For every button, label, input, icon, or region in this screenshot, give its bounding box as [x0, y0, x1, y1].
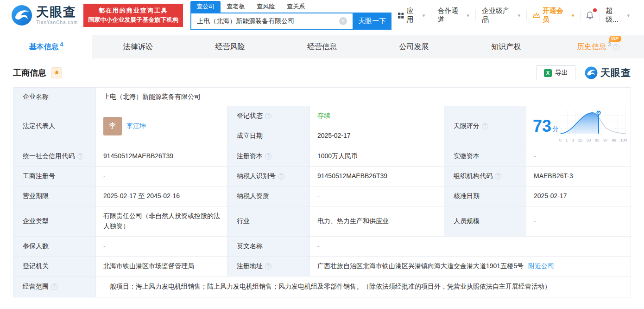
field-label-business-term: 营业期限 — [13, 187, 96, 206]
chevron-down-icon: ▾ — [518, 13, 521, 19]
field-label-company-name: 企业名称 — [13, 88, 96, 106]
bell-icon — [585, 11, 594, 20]
score-axis-ticks: 01 315 5085 9799 100 — [559, 137, 627, 143]
help-icon[interactable]: ? — [495, 173, 501, 180]
status-badge: 存续 — [317, 111, 330, 121]
section-title: 工商信息 — [13, 67, 46, 78]
tab-business-info[interactable]: 经营信息 — [276, 35, 368, 58]
help-icon[interactable]: ? — [77, 153, 83, 160]
field-label-registered-capital: 注册资本 ? — [227, 146, 310, 167]
nav-partner-label: 合作通道 — [437, 6, 464, 24]
field-label-approval-date: 核准日期 — [444, 187, 526, 206]
legal-representative-link[interactable]: 李江坤 — [126, 121, 146, 131]
field-value-approval-date: 2025-02-17 — [526, 187, 631, 206]
top-nav: 应用 ▾ 合作通道 ▾ 企业级产品 ▾ 开通会员 ▾ 超级... ▾ — [391, 6, 636, 25]
field-label-taxpayer-id: 纳税人识别号 ? — [227, 167, 310, 187]
apps-grid-icon — [398, 12, 404, 19]
logo-domain: TianYanCha.com — [36, 20, 78, 25]
tab-history-info[interactable]: 历史信息 VIP 3 ? — [552, 35, 644, 58]
help-icon[interactable]: ? — [613, 44, 619, 50]
tab-intellectual-property[interactable]: 知识产权 — [460, 35, 552, 58]
nearby-companies-link[interactable]: 附近公司 — [528, 261, 554, 271]
help-icon[interactable]: ? — [278, 173, 284, 180]
field-value-organization-code: MAEBB26T-3 — [526, 167, 631, 187]
nav-open-vip[interactable]: 开通会员 ▾ — [526, 10, 580, 20]
chevron-down-icon: ▾ — [467, 13, 469, 19]
help-icon[interactable]: ? — [482, 123, 488, 129]
field-label-staff-size: 人员规模 — [444, 206, 526, 237]
tab-company-development[interactable]: 公司发展 — [368, 35, 460, 58]
field-label-legal-representative: 法定代表人 — [13, 106, 96, 146]
crown-icon — [533, 12, 540, 19]
field-value-taxpayer-quality: - — [310, 187, 444, 206]
tab-history-info-count: 3 — [608, 41, 611, 48]
nav-account-label: 超级... — [606, 6, 625, 24]
help-icon[interactable]: ? — [265, 263, 271, 270]
tianyancha-logo-icon — [585, 66, 598, 79]
tab-intellectual-property-label: 知识产权 — [491, 42, 521, 52]
field-value-business-term: 2025-02-17 至 2045-02-16 — [96, 187, 227, 206]
field-value-company-name: 上电（北海）新能源装备有限公司 — [96, 88, 631, 106]
field-label-paid-in-capital: 实缴资本 — [444, 146, 526, 167]
watermark-logo-text: 天眼查 — [600, 66, 631, 79]
nav-notifications[interactable] — [580, 10, 599, 20]
export-button-label: 导出 — [555, 69, 568, 77]
field-value-industry: 电力、热力生产和供应业 — [310, 206, 444, 237]
search-area: 查公司 查老板 查风险 查关系 × 天眼一下 — [190, 1, 391, 30]
help-icon[interactable]: ? — [51, 283, 57, 290]
help-icon[interactable]: ? — [265, 113, 271, 119]
field-label-credit-code: 统一社会信用代码 ? — [13, 146, 96, 167]
monitor-bell-button[interactable] — [51, 67, 62, 78]
tab-basic-info[interactable]: 基本信息 4 — [0, 35, 92, 58]
score-value: 73 — [533, 118, 551, 135]
field-label-registration-status: 登记状态 ? — [227, 106, 310, 126]
field-label-tianyan-score: 天眼评分 ? — [444, 106, 526, 146]
chevron-down-icon: ▾ — [627, 13, 630, 19]
field-value-english-name: - — [310, 237, 631, 257]
search-input[interactable] — [190, 13, 353, 30]
search-tab-boss[interactable]: 查老板 — [221, 1, 251, 13]
nav-enterprise[interactable]: 企业级产品 ▾ — [475, 10, 526, 20]
field-label-business-scope: 经营范围 ? — [13, 277, 96, 297]
logo-title: 天眼查 — [36, 6, 78, 19]
promo-banner: 都在用的商业查询工具 国家中小企业发展子基金旗下机构 — [83, 4, 183, 27]
bell-icon — [54, 70, 60, 76]
search-tab-risk[interactable]: 查风险 — [251, 1, 281, 13]
search-button[interactable]: 天眼一下 — [353, 13, 391, 30]
legal-representative-avatar[interactable]: 李 — [103, 117, 122, 135]
promo-banner-line1: 都在用的商业查询工具 — [88, 6, 178, 15]
nav-account[interactable]: 超级... ▾ — [599, 10, 636, 20]
tianyancha-logo-icon — [11, 5, 32, 26]
tab-operational-risk[interactable]: 经营风险 — [184, 35, 276, 58]
tab-operational-risk-label: 经营风险 — [215, 42, 245, 52]
field-value-staff-size: - — [526, 206, 631, 237]
field-value-credit-code: 91450512MAEBB26T39 — [96, 146, 227, 167]
search-tabs: 查公司 查老板 查风险 查关系 — [190, 1, 391, 13]
nav-partner[interactable]: 合作通道 ▾ — [431, 10, 475, 20]
field-label-insured-count: 参保人数 — [13, 237, 96, 257]
chevron-down-icon: ▾ — [572, 13, 575, 19]
score-distribution-chart: 01 315 5085 9799 100 — [559, 109, 627, 144]
nav-apps[interactable]: 应用 ▾ — [391, 10, 431, 20]
search-tab-company[interactable]: 查公司 — [190, 1, 221, 13]
field-value-company-type: 有限责任公司（非自然人投资或控股的法人独资） — [96, 206, 227, 237]
chevron-down-icon: ▾ — [423, 13, 425, 19]
score-curve — [559, 109, 627, 135]
export-button[interactable]: X 导出 — [537, 65, 575, 80]
nav-enterprise-label: 企业级产品 — [482, 6, 516, 24]
field-value-registration-status: 存续 — [310, 106, 444, 126]
section-header: 工商信息 X 导出 天眼查 — [13, 58, 631, 87]
tab-legal-litigation-label: 法律诉讼 — [123, 42, 153, 52]
tianyancha-logo[interactable]: 天眼查 TianYanCha.com — [11, 5, 78, 26]
field-value-registered-capital: 1000万人民币 — [310, 146, 444, 167]
vip-badge: VIP — [609, 36, 621, 42]
tab-company-development-label: 公司发展 — [399, 42, 429, 52]
help-icon[interactable]: ? — [265, 153, 271, 160]
top-header: 天眼查 TianYanCha.com 都在用的商业查询工具 国家中小企业发展子基… — [0, 0, 644, 31]
excel-icon: X — [544, 69, 552, 77]
field-label-industry: 行业 — [227, 206, 310, 237]
field-value-legal-representative: 李 李江坤 — [96, 106, 227, 146]
tab-legal-litigation[interactable]: 法律诉讼 — [92, 35, 184, 58]
search-tab-relation[interactable]: 查关系 — [281, 1, 311, 13]
field-value-paid-in-capital: - — [526, 146, 631, 167]
